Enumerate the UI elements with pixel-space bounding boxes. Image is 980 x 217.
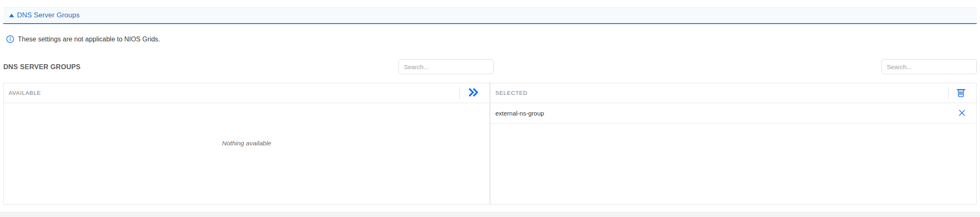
- section-header-dns-server-groups[interactable]: DNS Server Groups: [3, 7, 977, 24]
- available-panel-header: AVAILABLE: [4, 83, 490, 103]
- available-panel-title: AVAILABLE: [9, 90, 41, 96]
- info-icon: [6, 35, 14, 43]
- notice-text: These settings are not applicable to NIO…: [18, 36, 160, 43]
- list-label: DNS SERVER GROUPS: [3, 63, 80, 71]
- x-icon: [958, 109, 966, 118]
- available-panel-body: Nothing available: [4, 103, 490, 204]
- selected-panel-body: external-ns-group: [490, 103, 976, 204]
- remove-item-button[interactable]: [958, 109, 966, 118]
- selected-panel-header: SELECTED: [490, 83, 976, 103]
- selected-item-row: external-ns-group: [490, 103, 976, 124]
- footer-bar: [0, 212, 980, 217]
- remove-all-button[interactable]: [956, 87, 966, 99]
- toolbar-row: DNS SERVER GROUPS: [3, 59, 977, 74]
- double-chevron-right-icon: [468, 87, 479, 99]
- section-title: DNS Server Groups: [17, 11, 80, 19]
- available-search-input[interactable]: [398, 59, 494, 74]
- selected-panel: SELECTED: [490, 83, 976, 204]
- notice-row: These settings are not applicable to NIO…: [6, 35, 977, 43]
- dns-server-groups-section: DNS Server Groups These settings are not…: [0, 7, 980, 205]
- dual-list-container: AVAILABLE Nothing available: [3, 83, 977, 205]
- selected-item-label: external-ns-group: [495, 110, 544, 117]
- selected-panel-title: SELECTED: [495, 90, 528, 96]
- selected-search-input[interactable]: [881, 59, 977, 74]
- header-separator: [948, 87, 949, 99]
- available-panel: AVAILABLE Nothing available: [4, 83, 490, 204]
- trash-icon: [956, 87, 966, 99]
- available-empty-text: Nothing available: [4, 103, 490, 147]
- move-all-right-button[interactable]: [468, 87, 479, 99]
- collapse-triangle-up-icon: [9, 14, 14, 17]
- header-separator: [459, 87, 460, 99]
